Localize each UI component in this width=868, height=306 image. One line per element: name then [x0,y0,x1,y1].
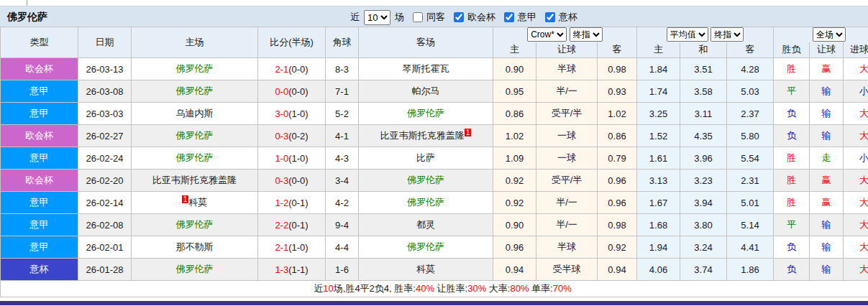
asia-odds-cell: 0.96 [493,236,536,259]
euro-odds-cell: 1.94 [637,236,680,259]
filter-uecl-label: 欧会杯 [467,11,495,24]
result-cell: 输 [810,80,844,103]
euro-odds-cell: 3.25 [637,103,680,125]
col-euro-away: 客 [727,42,774,58]
result-cell: 胜 [774,170,810,192]
euro-odds-cell: 2.37 [727,103,774,125]
euro-source-select[interactable]: 平均值 [667,27,708,42]
euro-odds-cell: 5.03 [727,80,774,103]
recent-label: 近 [350,11,360,24]
score-cell: 1-3(1-1) [258,259,326,281]
asia-odds-group: Crow* 终指 [493,27,637,42]
corners-cell: 8-3 [326,58,359,80]
table-row: 意甲26-02-141科莫1-2(0-1)4-2佛罗伦萨0.92半/一0.961… [1,192,868,214]
league-cell: 意甲 [1,236,78,259]
date-cell: 26-01-28 [78,259,132,281]
euro-odds-cell: 4.28 [727,58,774,80]
asia-odds-cell: 0.92 [598,236,637,259]
asia-bookmaker-select[interactable]: Crow* [527,27,567,42]
euro-odds-cell: 3.74 [680,259,727,281]
result-cell: 大 [844,103,868,125]
result-cell: 平 [774,214,810,236]
col-euro-draw: 和 [680,42,727,58]
table-header: 类型 日期 主场 比分(半场) 角球 客场 Crow* 终指 平均值 终指 [1,27,868,58]
home-team-cell: 那不勒斯 [132,236,258,259]
home-team-cell: 佛罗伦萨 [132,125,258,147]
asia-odds-cell: 受半球 [536,259,598,281]
date-cell: 26-02-27 [78,125,132,147]
asia-odds-cell: 一球 [536,125,598,147]
euro-time-select[interactable]: 终指 [711,27,744,42]
matches-label: 场 [395,11,404,24]
corners-cell: 5-2 [326,103,359,125]
league-cell: 意杯 [1,259,78,281]
score-cell: 2-1(1-0) [258,236,326,259]
match-table-body: 欧会杯26-03-13佛罗伦萨2-1(0-0)8-3琴斯托霍瓦0.90半球0.9… [1,58,868,281]
score-cell: 0-3(0-2) [258,125,326,147]
away-team-cell: 佛罗伦萨 [359,236,493,259]
corners-cell: 4-4 [326,236,359,259]
home-team-cell: 佛罗伦萨 [132,147,258,170]
filter-seriea-checkbox[interactable] [504,12,514,22]
result-cell: 大 [844,259,868,281]
table-row: 意甲26-03-03乌迪内斯3-0(1-0)5-2佛罗伦萨0.86受平/半1.0… [1,103,868,125]
result-cell: 输 [810,214,844,236]
euro-odds-cell: 3.58 [680,80,727,103]
league-cell: 意甲 [1,214,78,236]
top-strip [0,0,868,6]
result-cell: 小 [844,80,868,103]
euro-odds-cell: 1.68 [637,214,680,236]
euro-odds-cell: 1.86 [727,259,774,281]
asia-odds-cell: 0.92 [493,192,536,214]
result-cell: 输 [810,125,844,147]
recent-count-select[interactable]: 10 [364,10,390,25]
bottom-accent-bar [0,301,868,305]
euro-odds-cell: 3.11 [680,103,727,125]
euro-odds-cell: 1.74 [637,80,680,103]
filter-coppa-label: 意杯 [559,11,577,24]
result-cell: 负 [774,236,810,259]
euro-odds-cell: 3.51 [680,58,727,80]
score-cell: 0-3(0-0) [258,170,326,192]
league-cell: 意甲 [1,80,78,103]
euro-odds-cell: 4.35 [680,125,727,147]
col-asia-line: 让球 [536,42,598,58]
score-cell: 3-0(1-0) [258,103,326,125]
league-cell: 意甲 [1,103,78,125]
away-team-cell: 比萨 [359,147,493,170]
euro-odds-cell: 1.61 [637,147,680,170]
result-cell: 走 [810,147,844,170]
away-team-cell: 琴斯托霍瓦 [359,58,493,80]
summary-part: 大率: [486,283,510,294]
asia-odds-cell: 半/一 [536,80,598,103]
filter-uecl-checkbox[interactable] [454,12,464,22]
asia-odds-cell: 1.09 [493,147,536,170]
page-title: 佛罗伦萨 [7,11,47,24]
table-row: 意甲26-02-08佛罗伦萨2-2(0-1)9-4都灵0.90半/一0.981.… [1,214,868,236]
asia-time-select[interactable]: 终指 [570,27,603,42]
away-team-cell: 都灵 [359,214,493,236]
score-cell: 0-0(0-0) [258,80,326,103]
euro-odds-cell: 2.31 [727,170,774,192]
date-cell: 26-02-08 [78,214,132,236]
same-away-checkbox[interactable] [413,12,423,22]
euro-odds-cell: 1.52 [637,125,680,147]
corners-cell: 1-6 [326,259,359,281]
euro-odds-cell: 3.80 [680,214,727,236]
asia-odds-cell: 半/一 [536,192,598,214]
euro-odds-cell: 4.41 [727,236,774,259]
filter-coppa-checkbox[interactable] [545,12,555,22]
header-select-row: 类型 日期 主场 比分(半场) 角球 客场 Crow* 终指 平均值 终指 [1,27,868,42]
away-team-cell: 科莫 [359,259,493,281]
home-team-cell: 乌迪内斯 [132,103,258,125]
date-cell: 26-02-24 [78,147,132,170]
corners-cell: 4-2 [326,192,359,214]
result-scope-select[interactable]: 全场 [813,27,846,42]
match-table: 类型 日期 主场 比分(半场) 角球 客场 Crow* 终指 平均值 终指 [0,27,868,297]
asia-odds-cell: 0.96 [598,170,637,192]
euro-odds-cell: 5.14 [727,214,774,236]
divider [27,0,27,6]
asia-odds-cell: 0.93 [598,80,637,103]
match-table-wrap: 类型 日期 主场 比分(半场) 角球 客场 Crow* 终指 平均值 终指 [0,27,868,297]
home-team-cell: 佛罗伦萨 [132,58,258,80]
